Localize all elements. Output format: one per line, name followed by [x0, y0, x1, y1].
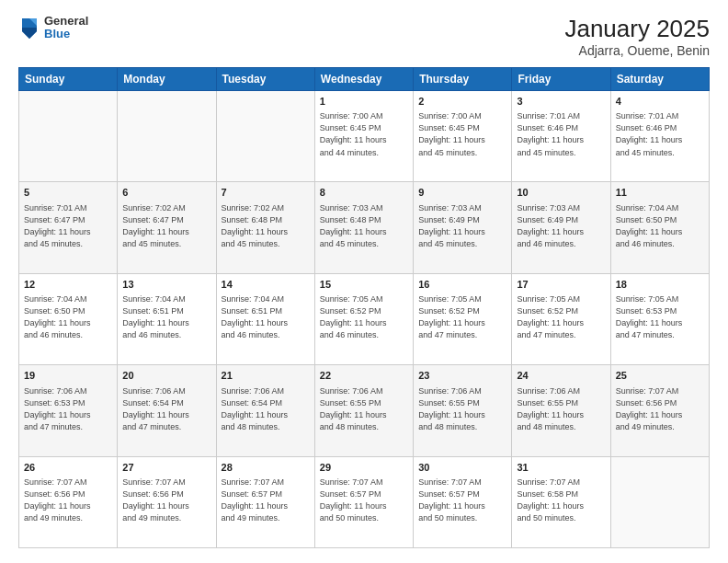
cell-3-5: 16Sunrise: 7:05 AM Sunset: 6:52 PM Dayli…: [414, 273, 512, 364]
cell-info: Sunrise: 7:07 AM Sunset: 6:57 PM Dayligh…: [320, 477, 408, 524]
cell-info: Sunrise: 7:02 AM Sunset: 6:48 PM Dayligh…: [222, 202, 310, 250]
cell-info: Sunrise: 7:07 AM Sunset: 6:57 PM Dayligh…: [222, 477, 310, 524]
cell-info: Sunrise: 7:05 AM Sunset: 6:52 PM Dayligh…: [517, 293, 605, 341]
col-friday: Friday: [512, 68, 610, 91]
date-number: 2: [418, 95, 506, 109]
cell-2-3: 7Sunrise: 7:02 AM Sunset: 6:48 PM Daylig…: [216, 182, 314, 273]
cell-2-7: 11Sunrise: 7:04 AM Sunset: 6:50 PM Dayli…: [610, 182, 709, 273]
cell-2-6: 10Sunrise: 7:03 AM Sunset: 6:49 PM Dayli…: [512, 182, 610, 273]
cell-info: Sunrise: 7:02 AM Sunset: 6:47 PM Dayligh…: [122, 202, 210, 250]
date-number: 15: [320, 278, 408, 292]
calendar-header: Sunday Monday Tuesday Wednesday Thursday…: [19, 68, 710, 91]
cell-info: Sunrise: 7:01 AM Sunset: 6:47 PM Dayligh…: [24, 202, 112, 250]
cell-4-4: 22Sunrise: 7:06 AM Sunset: 6:55 PM Dayli…: [314, 365, 413, 456]
cell-info: Sunrise: 7:06 AM Sunset: 6:55 PM Dayligh…: [418, 385, 506, 433]
cell-info: Sunrise: 7:04 AM Sunset: 6:51 PM Dayligh…: [122, 293, 210, 341]
calendar-row-5: 26Sunrise: 7:07 AM Sunset: 6:56 PM Dayli…: [19, 456, 710, 547]
cell-3-6: 17Sunrise: 7:05 AM Sunset: 6:52 PM Dayli…: [512, 273, 610, 364]
cell-4-5: 23Sunrise: 7:06 AM Sunset: 6:55 PM Dayli…: [414, 365, 512, 456]
logo-icon: [18, 15, 40, 40]
cell-info: Sunrise: 7:07 AM Sunset: 6:56 PM Dayligh…: [616, 385, 704, 433]
cell-info: Sunrise: 7:05 AM Sunset: 6:53 PM Dayligh…: [616, 293, 704, 341]
cell-info: Sunrise: 7:06 AM Sunset: 6:55 PM Dayligh…: [320, 385, 408, 433]
cell-5-2: 27Sunrise: 7:07 AM Sunset: 6:56 PM Dayli…: [118, 456, 216, 547]
cell-info: Sunrise: 7:07 AM Sunset: 6:56 PM Dayligh…: [24, 477, 112, 524]
page: General Blue January 2025 Adjarra, Oueme…: [0, 0, 728, 563]
date-number: 22: [320, 369, 408, 383]
cell-1-6: 3Sunrise: 7:01 AM Sunset: 6:46 PM Daylig…: [512, 91, 610, 182]
date-number: 8: [320, 186, 408, 200]
date-number: 27: [122, 461, 210, 475]
date-number: 17: [517, 278, 605, 292]
cell-info: Sunrise: 7:01 AM Sunset: 6:46 PM Dayligh…: [616, 110, 704, 158]
cell-4-7: 25Sunrise: 7:07 AM Sunset: 6:56 PM Dayli…: [610, 365, 709, 456]
date-number: 28: [222, 461, 310, 475]
col-saturday: Saturday: [610, 68, 709, 91]
calendar-title: January 2025: [564, 15, 710, 43]
cell-info: Sunrise: 7:06 AM Sunset: 6:55 PM Dayligh…: [517, 385, 605, 433]
cell-info: Sunrise: 7:07 AM Sunset: 6:56 PM Dayligh…: [122, 477, 210, 524]
cell-2-5: 9Sunrise: 7:03 AM Sunset: 6:49 PM Daylig…: [414, 182, 512, 273]
cell-1-4: 1Sunrise: 7:00 AM Sunset: 6:45 PM Daylig…: [314, 91, 413, 182]
date-number: 7: [222, 186, 310, 200]
cell-2-1: 5Sunrise: 7:01 AM Sunset: 6:47 PM Daylig…: [19, 182, 118, 273]
cell-4-6: 24Sunrise: 7:06 AM Sunset: 6:55 PM Dayli…: [512, 365, 610, 456]
date-number: 16: [418, 278, 506, 292]
svg-marker-2: [22, 28, 37, 39]
calendar-row-1: 1Sunrise: 7:00 AM Sunset: 6:45 PM Daylig…: [19, 91, 710, 182]
date-number: 13: [122, 278, 210, 292]
cell-1-1: [19, 91, 118, 182]
cell-4-1: 19Sunrise: 7:06 AM Sunset: 6:53 PM Dayli…: [19, 365, 118, 456]
cell-5-3: 28Sunrise: 7:07 AM Sunset: 6:57 PM Dayli…: [216, 456, 314, 547]
cell-5-7: [610, 456, 709, 547]
col-wednesday: Wednesday: [314, 68, 413, 91]
date-number: 24: [517, 369, 605, 383]
date-number: 20: [122, 369, 210, 383]
calendar-row-4: 19Sunrise: 7:06 AM Sunset: 6:53 PM Dayli…: [19, 365, 710, 456]
cell-info: Sunrise: 7:00 AM Sunset: 6:45 PM Dayligh…: [320, 110, 408, 158]
title-block: January 2025 Adjarra, Oueme, Benin: [564, 15, 710, 58]
cell-5-4: 29Sunrise: 7:07 AM Sunset: 6:57 PM Dayli…: [314, 456, 413, 547]
cell-3-1: 12Sunrise: 7:04 AM Sunset: 6:50 PM Dayli…: [19, 273, 118, 364]
cell-info: Sunrise: 7:00 AM Sunset: 6:45 PM Dayligh…: [418, 110, 506, 158]
date-number: 3: [517, 95, 605, 109]
date-number: 18: [616, 278, 704, 292]
logo-blue: Blue: [44, 28, 88, 40]
date-number: 21: [222, 369, 310, 383]
cell-info: Sunrise: 7:04 AM Sunset: 6:51 PM Dayligh…: [222, 293, 310, 341]
date-number: 4: [616, 95, 704, 109]
date-number: 6: [122, 186, 210, 200]
cell-info: Sunrise: 7:04 AM Sunset: 6:50 PM Dayligh…: [616, 202, 704, 250]
calendar-row-2: 5Sunrise: 7:01 AM Sunset: 6:47 PM Daylig…: [19, 182, 710, 273]
col-sunday: Sunday: [19, 68, 118, 91]
cell-info: Sunrise: 7:07 AM Sunset: 6:58 PM Dayligh…: [517, 477, 605, 524]
date-number: 10: [517, 186, 605, 200]
calendar-subtitle: Adjarra, Oueme, Benin: [564, 43, 710, 58]
cell-info: Sunrise: 7:06 AM Sunset: 6:54 PM Dayligh…: [122, 385, 210, 433]
cell-info: Sunrise: 7:07 AM Sunset: 6:57 PM Dayligh…: [418, 477, 506, 524]
cell-info: Sunrise: 7:06 AM Sunset: 6:54 PM Dayligh…: [222, 385, 310, 433]
header: General Blue January 2025 Adjarra, Oueme…: [18, 15, 710, 58]
col-tuesday: Tuesday: [216, 68, 314, 91]
cell-1-5: 2Sunrise: 7:00 AM Sunset: 6:45 PM Daylig…: [414, 91, 512, 182]
date-number: 9: [418, 186, 506, 200]
date-number: 30: [418, 461, 506, 475]
date-number: 1: [320, 95, 408, 109]
cell-5-6: 31Sunrise: 7:07 AM Sunset: 6:58 PM Dayli…: [512, 456, 610, 547]
cell-info: Sunrise: 7:05 AM Sunset: 6:52 PM Dayligh…: [418, 293, 506, 341]
cell-3-2: 13Sunrise: 7:04 AM Sunset: 6:51 PM Dayli…: [118, 273, 216, 364]
logo-text: General Blue: [44, 15, 88, 41]
cell-4-2: 20Sunrise: 7:06 AM Sunset: 6:54 PM Dayli…: [118, 365, 216, 456]
logo-general: General: [44, 15, 88, 28]
date-number: 25: [616, 369, 704, 383]
cell-info: Sunrise: 7:03 AM Sunset: 6:49 PM Dayligh…: [517, 202, 605, 250]
cell-4-3: 21Sunrise: 7:06 AM Sunset: 6:54 PM Dayli…: [216, 365, 314, 456]
cell-5-1: 26Sunrise: 7:07 AM Sunset: 6:56 PM Dayli…: [19, 456, 118, 547]
date-number: 29: [320, 461, 408, 475]
cell-2-4: 8Sunrise: 7:03 AM Sunset: 6:48 PM Daylig…: [314, 182, 413, 273]
cell-info: Sunrise: 7:04 AM Sunset: 6:50 PM Dayligh…: [24, 293, 112, 341]
date-number: 5: [24, 186, 112, 200]
cell-info: Sunrise: 7:03 AM Sunset: 6:49 PM Dayligh…: [418, 202, 506, 250]
date-number: 23: [418, 369, 506, 383]
col-thursday: Thursday: [414, 68, 512, 91]
